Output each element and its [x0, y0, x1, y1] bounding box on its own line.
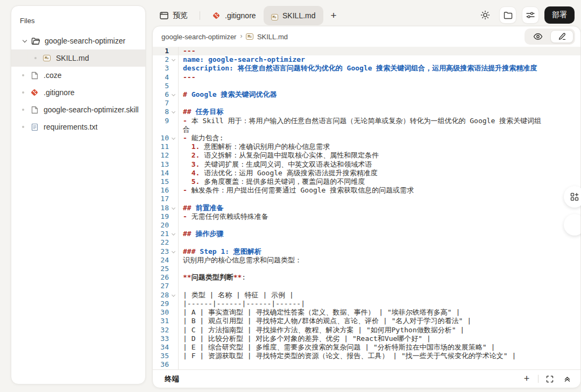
editor-line[interactable]: 16- 触发条件：用户提出任何需要通过 Google 搜索获取信息的问题或需求: [153, 186, 580, 195]
editor-line[interactable]: 32| C | 方法指南型 | 寻找操作方法、教程、解决方案 | "如何用Pyt…: [153, 326, 580, 334]
editor-line[interactable]: 33| D | 比较分析型 | 对比多个对象的差异、优劣 | "React和Vu…: [153, 334, 580, 343]
deploy-button[interactable]: 部署: [544, 6, 575, 24]
files-panel-title: Files: [11, 6, 145, 32]
tree-item-skill-file[interactable]: google-search-optimizer.skill: [11, 101, 145, 118]
fold-chevron-icon[interactable]: [169, 90, 178, 96]
fold-chevron-icon[interactable]: [169, 134, 178, 139]
editor-line[interactable]: 1---: [153, 47, 580, 55]
editor-line[interactable]: 11 1. 意图解析：准确识别用户的核心信息需求: [153, 142, 580, 151]
editor-line[interactable]: 29|------|------|------|------|: [153, 300, 580, 308]
fold-slot: [169, 212, 178, 215]
fold-chevron-icon[interactable]: [169, 230, 178, 235]
editor-line[interactable]: 8## 任务目标: [153, 108, 580, 116]
fold-chevron-icon[interactable]: [169, 204, 178, 209]
new-tab-button[interactable]: +: [323, 10, 344, 22]
tab-label: 预览: [173, 11, 188, 20]
fold-chevron-icon[interactable]: [169, 247, 178, 253]
tree-item-skill-md[interactable]: M↓ SKILL.md: [11, 49, 145, 67]
chevron-down-icon[interactable]: [22, 38, 27, 44]
line-content: [179, 221, 580, 230]
edit-mode-button[interactable]: [550, 30, 573, 43]
breadcrumb-file[interactable]: SKILL.md: [257, 33, 288, 41]
file-icon: [30, 105, 39, 114]
app-window: Files google-search-optimizer M↓ SKILL.m…: [0, 0, 581, 392]
line-content: ## 操作步骤: [179, 230, 580, 238]
fold-chevron-icon[interactable]: [169, 108, 178, 113]
theme-toggle-button[interactable]: [477, 6, 494, 24]
line-number: 34: [153, 343, 169, 352]
tab-skill-md[interactable]: M↓ SKILL.md: [264, 6, 323, 25]
line-content: | F | 资源获取型 | 寻找特定类型的资源（论文、报告、工具） | "找一些…: [179, 352, 580, 360]
fold-chevron-icon[interactable]: [169, 291, 178, 296]
editor-line[interactable]: 18## 前置准备: [153, 204, 580, 212]
folder-open-icon: [31, 37, 40, 45]
settings-button[interactable]: [522, 6, 539, 24]
tree-item-folder-google-search-optimizer[interactable]: google-search-optimizer: [11, 32, 145, 49]
breadcrumb-folder[interactable]: google-search-optimizer: [161, 33, 236, 41]
tree-item-label: .coze: [44, 71, 61, 80]
maximize-terminal-button[interactable]: [544, 373, 556, 385]
terminal-bar: 终端 +: [153, 369, 580, 388]
new-terminal-button[interactable]: +: [521, 373, 533, 385]
editor-line[interactable]: 20: [153, 221, 580, 230]
editor-line[interactable]: 35| F | 资源获取型 | 寻找特定类型的资源（论文、报告、工具） | "找…: [153, 352, 580, 360]
editor-line[interactable]: 26**问题类型判断**:: [153, 273, 580, 282]
editor-line[interactable]: 5: [153, 82, 580, 90]
editor-line[interactable]: 17: [153, 195, 580, 203]
editor-line[interactable]: 15 5. 多角度覆盖：提供多组关键词，覆盖问题的不同维度: [153, 177, 580, 186]
code-editor[interactable]: 1---2name: google-search-optimizer3descr…: [153, 47, 580, 369]
editor-line[interactable]: 13 3. 关键词扩展：生成同义词、中英文双语表达和领域术语: [153, 160, 580, 169]
fold-slot: [169, 334, 178, 337]
tab-label: SKILL.md: [282, 11, 315, 20]
fold-slot: [169, 160, 178, 163]
editor-line[interactable]: 12 2. 语义拆解：从复杂问题中提取核心实体、属性和限定条件: [153, 151, 580, 160]
editor-line[interactable]: 2name: google-search-optimizer: [153, 55, 580, 64]
fold-slot: [169, 352, 178, 354]
file-icon: [30, 71, 39, 80]
editor-line[interactable]: 25: [153, 265, 580, 273]
line-content: - 无需任何依赖或特殊准备: [179, 212, 580, 221]
line-number: 19: [153, 212, 169, 221]
editor-line[interactable]: 9- 本 Skill 用于：将用户输入的任意自然语言问题（无论简单或复杂）转化为…: [153, 117, 580, 134]
editor-line[interactable]: 24识别用户的核心信息需求和问题类型：: [153, 256, 580, 265]
editor-line[interactable]: 34| E | 综合研究型 | 多维度、需要多次搜索的复杂问题 | "分析特斯拉…: [153, 343, 580, 352]
editor-line[interactable]: 21## 操作步骤: [153, 230, 580, 238]
line-number: 28: [153, 291, 169, 300]
editor-line[interactable]: 22: [153, 238, 580, 247]
widgets-floating-button[interactable]: [564, 186, 581, 208]
editor-line[interactable]: 30| A | 事实查询型 | 寻找确定性答案（定义、数据、事件） | "埃菲尔…: [153, 308, 580, 317]
line-number: 16: [153, 186, 169, 195]
editor-line[interactable]: 7: [153, 99, 580, 108]
git-icon: [30, 88, 39, 97]
pencil-icon: [558, 32, 566, 41]
line-content: | D | 比较分析型 | 对比多个对象的差异、优劣 | "React和Vue哪…: [179, 334, 580, 343]
open-folder-button[interactable]: [499, 6, 516, 24]
editor-line[interactable]: 19- 无需任何依赖或特殊准备: [153, 212, 580, 221]
fold-slot: [169, 151, 178, 154]
editor-line[interactable]: 31| B | 观点引用型 | 寻找特定人物/群体的观点、言论、评价 | "名人…: [153, 317, 580, 325]
editor-line[interactable]: 3description: 将任意自然语言问题转化为优化的 Google 搜索关…: [153, 64, 580, 73]
editor-line[interactable]: 36: [153, 360, 580, 369]
tab-preview[interactable]: 预览: [152, 6, 195, 25]
collapse-terminal-button[interactable]: [561, 373, 573, 385]
fold-chevron-icon[interactable]: [169, 55, 178, 61]
tab-gitignore[interactable]: .gitignore: [204, 6, 264, 25]
tree-item-coze[interactable]: .coze: [11, 67, 145, 84]
tree-item-requirements-txt[interactable]: requirements.txt: [11, 118, 145, 136]
preview-mode-button[interactable]: [526, 30, 549, 43]
line-number: 32: [153, 326, 169, 334]
editor-line[interactable]: 14 4. 语法优化：运用 Google 高级搜索语法提升搜索精准度: [153, 169, 580, 177]
editor-line[interactable]: 27: [153, 282, 580, 290]
line-content: | E | 综合研究型 | 多维度、需要多次搜索的复杂问题 | "分析特斯拉在中…: [179, 343, 580, 352]
fold-slot: [169, 177, 178, 180]
tree-item-gitignore[interactable]: .gitignore: [11, 84, 145, 101]
editor-line[interactable]: 23### Step 1: 意图解析: [153, 247, 580, 256]
editor-line[interactable]: 10- 能力包含:: [153, 134, 580, 142]
editor-line[interactable]: 4---: [153, 73, 580, 82]
editor-line[interactable]: 28| 类型 | 名称 | 特征 | 示例 |: [153, 291, 580, 300]
expand-icon: [546, 375, 554, 383]
line-content: ---: [179, 73, 580, 82]
editor-line[interactable]: 6# Google 搜索关键词优化器: [153, 90, 580, 99]
line-number: 24: [153, 256, 169, 265]
translate-floating-button[interactable]: 中A: [564, 214, 581, 236]
